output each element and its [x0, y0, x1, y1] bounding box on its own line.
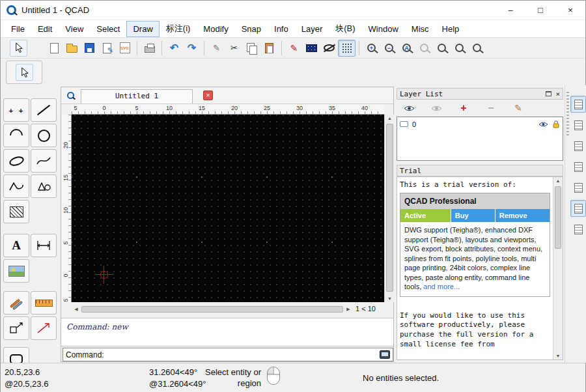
dimension-tool-button[interactable]	[31, 234, 57, 257]
undo-button[interactable]: ↶	[165, 40, 183, 57]
menu-file[interactable]: File	[5, 21, 31, 37]
layer-visible-icon[interactable]	[538, 121, 548, 128]
hatch-tool-button[interactable]	[3, 200, 29, 223]
command-line[interactable]: Command:	[63, 348, 393, 361]
scroll-left-icon[interactable]: ◀	[72, 307, 81, 312]
menu-info[interactable]: Info	[268, 21, 295, 37]
point-tool-button[interactable]: + +	[3, 98, 29, 122]
new-file-button[interactable]	[46, 40, 63, 57]
scroll-thumb[interactable]	[81, 306, 343, 313]
minimize-button[interactable]: –	[495, 1, 525, 20]
auto-zoom-button[interactable]: A	[398, 40, 415, 57]
measure-tool-button[interactable]	[31, 316, 57, 340]
cut-button[interactable]: ✂	[225, 40, 243, 57]
menu-dimension[interactable]: 标注(i)	[160, 20, 197, 38]
drawing-canvas[interactable]	[72, 115, 384, 302]
property-painter-button[interactable]: ✎	[285, 40, 303, 57]
window-zoom-button[interactable]	[433, 40, 451, 57]
buy-button[interactable]: Buy	[451, 209, 495, 222]
selection-tool-button[interactable]	[10, 40, 27, 57]
and-more-link[interactable]: and more...	[423, 283, 460, 290]
ellipse-tool-button[interactable]	[320, 40, 338, 57]
svg-export-button[interactable]: SVG	[116, 40, 133, 57]
close-button[interactable]: ×	[555, 1, 585, 20]
scroll-down-icon[interactable]: ▼	[553, 354, 563, 358]
menu-view[interactable]: View	[59, 21, 90, 37]
polyline-tool-button[interactable]	[3, 175, 29, 198]
menu-layer[interactable]: Layer	[295, 21, 329, 37]
rounded-shape-tool-button[interactable]	[3, 347, 29, 363]
selection-filter-button[interactable]	[570, 221, 586, 238]
close-dock-icon[interactable]: ×	[555, 90, 560, 98]
ruler-tool-button[interactable]	[31, 291, 57, 315]
hide-all-layers-button[interactable]	[426, 101, 446, 115]
float-dock-icon[interactable]	[546, 91, 551, 96]
arc-tool-button[interactable]	[3, 124, 29, 147]
scroll-down-icon[interactable]: ▼	[385, 296, 395, 301]
pointer-tool-button[interactable]	[16, 64, 33, 81]
property-editor-button[interactable]	[570, 96, 586, 113]
add-layer-button[interactable]: +	[454, 101, 473, 115]
layer-lock-icon[interactable]	[552, 120, 560, 128]
menu-block[interactable]: 块(B)	[329, 20, 361, 38]
menu-edit[interactable]: Edit	[31, 21, 59, 37]
scroll-up-icon[interactable]: ▲	[553, 178, 563, 183]
redo-button[interactable]: ↷	[183, 40, 201, 57]
menu-help[interactable]: Help	[436, 21, 466, 37]
menu-snap[interactable]: Snap	[235, 21, 268, 37]
menu-draw[interactable]: Draw	[126, 21, 159, 37]
paste-button[interactable]	[260, 40, 278, 57]
text-tool-button[interactable]: A	[3, 234, 29, 257]
menu-window[interactable]: Window	[362, 21, 405, 37]
pen-button[interactable]: ✎	[208, 40, 225, 57]
trial-scrollbar[interactable]: ▲ ▼	[553, 177, 563, 359]
menu-modify[interactable]: Modify	[197, 21, 234, 37]
document-tab[interactable]: Untitled 1	[81, 89, 193, 104]
line-tool-button[interactable]	[31, 98, 57, 122]
remove-button[interactable]: Remove	[495, 209, 550, 222]
command-line-button[interactable]	[570, 158, 586, 175]
menu-select[interactable]: Select	[90, 21, 126, 37]
library-browser-button[interactable]	[570, 179, 586, 196]
command-toggle-icon[interactable]	[380, 350, 390, 359]
zoom-in-button[interactable]: +	[363, 40, 380, 57]
ellipse-tool-palette-button[interactable]	[3, 149, 29, 173]
show-all-layers-button[interactable]	[399, 101, 419, 115]
menu-misc[interactable]: Misc	[405, 21, 436, 37]
zoom-selection-button[interactable]	[468, 40, 486, 57]
grid-toggle-button[interactable]	[338, 40, 356, 57]
zoom-previous-button[interactable]	[415, 40, 433, 57]
scroll-thumb[interactable]	[386, 124, 393, 292]
edit-layer-button[interactable]: ✎	[509, 101, 528, 115]
image-tool-button[interactable]	[3, 259, 29, 283]
layer-color-swatch[interactable]	[400, 121, 408, 127]
horizontal-scrollbar[interactable]: ◀ ▶	[72, 305, 353, 314]
save-button[interactable]	[81, 40, 98, 57]
block-list-button[interactable]	[570, 117, 586, 133]
copy-button[interactable]	[243, 40, 260, 57]
maximize-button[interactable]: □	[525, 1, 555, 20]
pen-tools-button[interactable]	[3, 291, 29, 315]
zoom-out-button[interactable]: −	[380, 40, 398, 57]
block-button[interactable]	[303, 40, 320, 57]
document-close-button[interactable]: ×	[203, 91, 213, 100]
modify-tool-button[interactable]	[3, 316, 29, 340]
remove-layer-button[interactable]: −	[481, 101, 501, 115]
pan-button[interactable]	[451, 40, 468, 57]
scroll-up-icon[interactable]: ▲	[385, 116, 395, 120]
shape-tools-button[interactable]	[31, 175, 57, 198]
spline-tool-button[interactable]	[31, 149, 57, 173]
view-list-button[interactable]	[570, 137, 586, 154]
vertical-scrollbar[interactable]: ▲ ▼	[384, 115, 394, 302]
scroll-thumb[interactable]	[555, 186, 561, 249]
open-file-button[interactable]	[63, 40, 81, 57]
print-preview-button[interactable]	[141, 40, 158, 57]
layer-list-button[interactable]	[570, 200, 586, 217]
scroll-right-icon[interactable]: ▶	[344, 307, 353, 312]
dock-handle[interactable]	[566, 92, 569, 137]
active-button[interactable]: Active	[400, 209, 451, 222]
drawing-preferences-button[interactable]: ✎	[98, 40, 116, 57]
command-input[interactable]	[107, 350, 380, 359]
layer-row[interactable]: 0	[398, 119, 561, 130]
circle-tool-button[interactable]	[31, 124, 57, 147]
